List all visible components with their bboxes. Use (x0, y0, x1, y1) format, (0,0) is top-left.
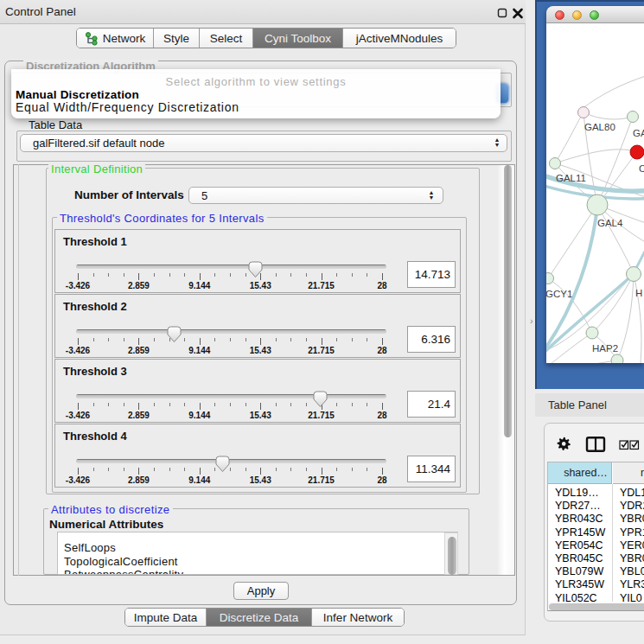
svg-text:GAL11: GAL11 (556, 173, 586, 183)
svg-text:GAL80: GAL80 (584, 122, 615, 132)
svg-text:GAL4: GAL4 (597, 218, 623, 228)
svg-text:H: H (635, 288, 642, 298)
svg-text:HAP2: HAP2 (592, 343, 618, 354)
svg-text:GA: GA (633, 128, 644, 138)
svg-text:GCY1: GCY1 (546, 289, 572, 299)
svg-text:C: C (639, 163, 644, 174)
